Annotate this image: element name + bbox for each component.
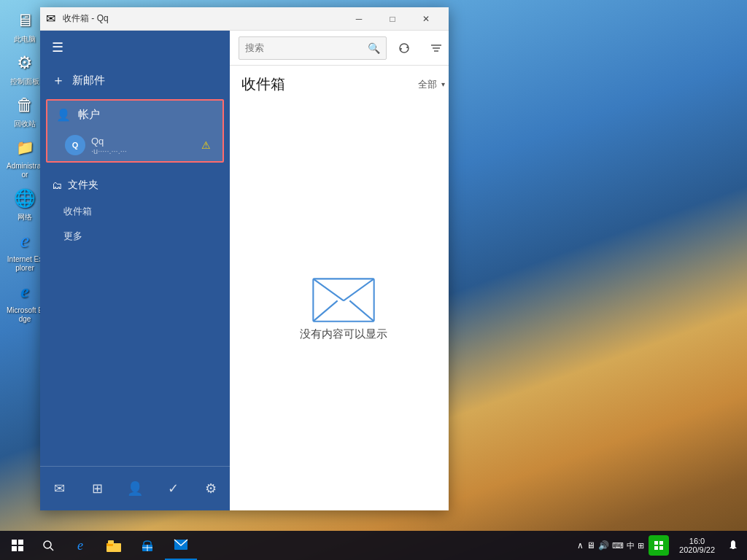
desktop-icon-admin[interactable]: 📁 Adminis­trator — [6, 134, 44, 179]
start-button[interactable] — [0, 531, 35, 560]
svg-rect-10 — [12, 546, 17, 551]
inbox-filter-dropdown[interactable]: 全部 ▾ — [418, 78, 445, 91]
taskbar-mail-button[interactable] — [165, 531, 197, 560]
taskbar: e — [0, 531, 747, 560]
maximize-button[interactable]: □ — [376, 7, 409, 31]
taskbar-search-button[interactable] — [35, 531, 61, 560]
desktop-icon-recycle[interactable]: 🗑 回收站 — [6, 92, 44, 128]
qq-avatar: Q — [65, 135, 85, 155]
desktop-icon-control[interactable]: ⚙ 控制面板 — [6, 50, 44, 86]
ie-icon: e — [12, 228, 38, 254]
taskbar-app-icons: e — [64, 531, 197, 560]
search-icon[interactable]: 🔍 — [368, 42, 380, 54]
desktop-icon-computer[interactable]: 🖥 此电脑 — [6, 7, 44, 44]
mail-toolbar: 🔍 — [230, 31, 449, 66]
date-display: 2020/9/22 — [679, 545, 715, 554]
empty-envelope-icon — [307, 269, 380, 327]
accounts-section: 👤 帐户 Q Qq ·u·····.···.··· ⚠ — [46, 99, 224, 163]
taskbar-clock[interactable]: 16:0 2020/9/22 — [673, 537, 721, 554]
recycle-label: 回收站 — [14, 120, 36, 128]
inbox-folder-item[interactable]: 收件箱 — [40, 199, 230, 224]
keyboard-icon: ⌨ — [612, 541, 624, 551]
accounts-label: 帐户 — [78, 108, 100, 122]
edge-icon: e — [12, 279, 38, 305]
taskbar-store-button[interactable] — [131, 531, 163, 560]
minimize-button[interactable]: ─ — [342, 7, 376, 31]
folders-label: 文件夹 — [68, 179, 98, 192]
search-box[interactable]: 🔍 — [239, 36, 387, 60]
desktop-icon-ie[interactable]: e Internet Explorer — [6, 228, 44, 273]
inbox-label: 收件箱 — [63, 206, 92, 217]
plus-icon: ＋ — [52, 71, 65, 89]
green-tray-icon — [649, 535, 669, 556]
chevron-up-icon[interactable]: ∧ — [577, 540, 584, 551]
svg-rect-23 — [654, 546, 658, 550]
network-tray-icon: 🖥 — [587, 540, 595, 551]
mail-nav-button[interactable]: ✉ — [43, 472, 75, 505]
filter-icon[interactable] — [425, 36, 448, 60]
qq-email: ·u·····.···.··· — [91, 147, 196, 155]
chevron-down-icon: ▾ — [441, 80, 445, 88]
search-input[interactable] — [245, 42, 368, 53]
settings-nav-button[interactable]: ⚙ — [195, 472, 227, 505]
ime-zh-icon[interactable]: 中 — [627, 540, 635, 551]
svg-rect-21 — [654, 541, 658, 545]
computer-icon: 🖥 — [12, 7, 38, 34]
sync-icon[interactable] — [392, 36, 416, 60]
accounts-button[interactable]: 👤 帐户 — [47, 101, 222, 129]
more-folder-item[interactable]: 更多 — [40, 224, 230, 249]
svg-point-12 — [44, 541, 51, 548]
ime-extra-icon: ⊞ — [638, 541, 644, 551]
recycle-icon: 🗑 — [12, 92, 38, 118]
time-display: 16:0 — [689, 537, 705, 545]
desktop-icon-network[interactable]: 🌐 网络 — [6, 185, 44, 222]
close-button[interactable]: ✕ — [409, 7, 443, 31]
svg-rect-22 — [659, 541, 663, 545]
control-icon: ⚙ — [12, 50, 38, 76]
taskbar-ie-button[interactable]: e — [64, 531, 96, 560]
sidebar-spacer — [40, 249, 230, 466]
svg-rect-24 — [659, 546, 663, 550]
tasks-nav-button[interactable]: ✓ — [157, 472, 189, 505]
qq-info: Qq ·u·····.···.··· — [91, 136, 196, 155]
new-mail-label: 新邮件 — [72, 74, 105, 88]
mail-list-area: 没有内容可以显示 — [230, 100, 449, 510]
window-controls: ─ □ ✕ — [342, 7, 443, 31]
desktop: 🖥 此电脑 ⚙ 控制面板 🗑 回收站 📁 Adminis­trator 🌐 网络… — [0, 0, 747, 560]
desktop-icon-edge[interactable]: e Microsoft Edge — [6, 279, 44, 324]
notification-button[interactable] — [725, 539, 741, 552]
svg-line-7 — [349, 300, 374, 321]
folder-icon: 🗂 — [52, 179, 62, 191]
mail-app-window: ✉ 收件箱 - Qq ─ □ ✕ ☰ ＋ 新邮件 👤 — [40, 7, 449, 510]
inbox-header: 收件箱 全部 ▾ — [230, 66, 449, 100]
taskbar-right-area: ∧ 🖥 🔊 ⌨ 中 ⊞ 16:0 2020/9/22 — [577, 535, 747, 556]
window-title: 收件箱 - Qq — [60, 12, 342, 25]
svg-rect-8 — [12, 540, 17, 545]
mail-sidebar: ☰ ＋ 新邮件 👤 帐户 Q Qq ·u·····.···.· — [40, 31, 230, 510]
folders-header[interactable]: 🗂 文件夹 — [40, 171, 230, 199]
svg-rect-11 — [18, 546, 23, 551]
inbox-title: 收件箱 — [241, 74, 285, 94]
svg-line-5 — [344, 279, 374, 300]
edge-label: Microsoft Edge — [6, 306, 44, 324]
sidebar-hamburger-button[interactable]: ☰ — [40, 31, 230, 64]
qq-name: Qq — [91, 136, 196, 147]
folders-section: 🗂 文件夹 收件箱 更多 — [40, 171, 230, 249]
mail-main-area: 🔍 — [230, 31, 449, 510]
empty-message: 没有内容可以显示 — [300, 327, 387, 341]
calendar-nav-button[interactable]: ⊞ — [81, 472, 113, 505]
svg-line-4 — [313, 279, 344, 300]
admin-label: Adminis­trator — [6, 162, 44, 179]
qq-account-item[interactable]: Q Qq ·u·····.···.··· ⚠ — [47, 129, 222, 161]
new-mail-button[interactable]: ＋ 新邮件 — [40, 64, 230, 96]
warning-icon: ⚠ — [201, 139, 211, 151]
people-nav-button[interactable]: 👤 — [119, 472, 151, 505]
network-label: 网络 — [18, 213, 32, 222]
filter-label: 全部 — [418, 78, 437, 91]
toolbar-icons — [392, 36, 448, 60]
ie-label: Internet Explorer — [6, 255, 44, 273]
more-label: 更多 — [63, 230, 82, 241]
computer-label: 此电脑 — [14, 35, 36, 44]
volume-icon[interactable]: 🔊 — [598, 540, 609, 551]
taskbar-explorer-button[interactable] — [98, 531, 130, 560]
